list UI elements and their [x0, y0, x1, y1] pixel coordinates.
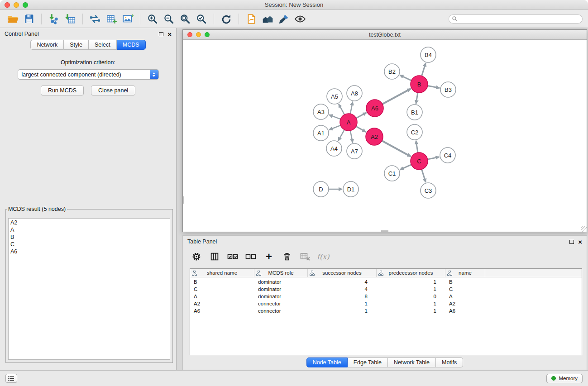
graph-node-C[interactable]: C	[411, 152, 428, 170]
table-row[interactable]: A6connector11A6	[190, 307, 582, 315]
tab-mcds[interactable]: MCDS	[117, 40, 146, 50]
graph-edge-C-C3[interactable]	[421, 169, 425, 182]
tab-select[interactable]: Select	[89, 40, 117, 50]
graph-node-A3[interactable]: A3	[313, 104, 329, 119]
network-overview-icon[interactable]	[261, 12, 274, 26]
search-box[interactable]	[449, 14, 583, 24]
import-network-icon[interactable]	[47, 12, 61, 26]
graphics-details-icon[interactable]	[244, 12, 258, 26]
close-panel-icon[interactable]: ×	[167, 31, 172, 38]
graph-edge-A-A5[interactable]	[339, 104, 344, 115]
graph-node-A5[interactable]: A5	[327, 89, 342, 104]
graph-edge-C-C2[interactable]	[416, 141, 418, 153]
style-brush-icon[interactable]	[277, 12, 291, 26]
graph-node-B2[interactable]: B2	[384, 64, 400, 79]
graph-node-A2[interactable]: A2	[366, 128, 383, 145]
network-close-button[interactable]	[187, 32, 192, 37]
graph-edge-A-A7[interactable]	[350, 130, 353, 143]
apply-layout-icon[interactable]	[220, 12, 233, 26]
horizontal-scroll-indicator[interactable]	[381, 230, 388, 232]
zoom-fit-icon[interactable]	[178, 12, 192, 26]
task-monitor-button[interactable]	[5, 374, 17, 383]
graph-edge-A-A3[interactable]	[329, 115, 341, 119]
select-all-icon[interactable]	[226, 250, 239, 263]
save-session-icon[interactable]	[22, 12, 36, 26]
graph-node-C4[interactable]: C4	[440, 148, 455, 163]
graph-edge-A-A8[interactable]	[350, 102, 353, 114]
eye-icon[interactable]	[293, 12, 307, 26]
graph-node-A4[interactable]: A4	[326, 141, 342, 156]
tab-motifs[interactable]: Motifs	[436, 357, 463, 367]
zoom-out-icon[interactable]	[162, 12, 176, 26]
graph-edge-A6-B[interactable]	[382, 89, 411, 104]
export-image-icon[interactable]	[121, 12, 134, 26]
zoom-in-icon[interactable]	[146, 12, 159, 26]
run-mcds-button[interactable]: Run MCDS	[41, 86, 84, 95]
graph-node-A6[interactable]: A6	[366, 100, 383, 117]
tab-network-table[interactable]: Network Table	[388, 357, 436, 367]
column-header-shared-name[interactable]: shared name	[190, 269, 254, 277]
graph-node-B1[interactable]: B1	[407, 105, 422, 120]
graph-edge-A-A2[interactable]	[356, 126, 366, 132]
float-table-panel-icon[interactable]	[569, 240, 574, 244]
deselect-all-icon[interactable]	[244, 250, 257, 263]
table-panel-header[interactable]: Table Panel ×	[183, 236, 587, 248]
close-panel-button[interactable]: Close panel	[91, 86, 135, 95]
graph-node-C1[interactable]: C1	[384, 166, 400, 181]
graph-edge-A-A6[interactable]	[356, 113, 367, 119]
graph-edge-C-C4[interactable]	[427, 157, 440, 160]
gear-icon[interactable]	[190, 250, 203, 263]
graph-node-A7[interactable]: A7	[347, 143, 362, 159]
float-panel-icon[interactable]	[159, 32, 163, 36]
graph-node-C3[interactable]: C3	[421, 183, 436, 198]
minimize-window-button[interactable]	[14, 2, 19, 8]
network-zoom-button[interactable]	[205, 32, 210, 37]
tab-edge-table[interactable]: Edge Table	[348, 357, 388, 367]
result-item[interactable]: A2	[10, 219, 168, 226]
table-row[interactable]: Adominator80A	[190, 293, 582, 300]
open-session-icon[interactable]	[6, 12, 19, 26]
graph-node-A8[interactable]: A8	[347, 86, 362, 101]
graph-node-B3[interactable]: B3	[440, 82, 456, 97]
graph-node-A[interactable]: A	[340, 114, 357, 131]
graph-node-B[interactable]: B	[411, 76, 428, 93]
function-builder-button[interactable]: f(x)	[317, 253, 329, 261]
column-header-name[interactable]: name	[445, 269, 485, 277]
zoom-selected-icon[interactable]	[195, 12, 208, 26]
graph-node-D[interactable]: D	[313, 181, 329, 197]
resize-grip[interactable]	[581, 226, 587, 232]
import-table-icon[interactable]	[63, 12, 77, 26]
tab-node-table[interactable]: Node Table	[306, 357, 348, 367]
mcds-result-list[interactable]: A2ABCA6	[8, 218, 170, 360]
graph-node-C2[interactable]: C2	[407, 124, 422, 140]
fullscreen-window-button[interactable]	[23, 2, 28, 8]
new-table-icon[interactable]	[105, 12, 118, 26]
table-row[interactable]: Bdominator41B	[190, 278, 582, 286]
table-row[interactable]: Cdominator41C	[190, 286, 582, 293]
graph-edge-A-A4[interactable]	[338, 129, 344, 141]
columns-icon[interactable]	[208, 250, 221, 263]
graph-edge-B-B2[interactable]	[400, 75, 412, 81]
graph-node-B4[interactable]: B4	[421, 47, 436, 62]
tab-network[interactable]: Network	[30, 40, 64, 50]
app-titlebar[interactable]: Session: New Session	[0, 0, 588, 10]
tab-style[interactable]: Style	[64, 40, 89, 50]
result-item[interactable]: A6	[10, 248, 168, 255]
network-graph-svg[interactable]: B4B2BB3A8A5A6A3B1AC2A1A2A4A7C4CC1DD1C3	[183, 40, 587, 232]
close-table-panel-icon[interactable]: ×	[578, 238, 582, 245]
network-minimize-button[interactable]	[196, 32, 201, 37]
result-item[interactable]: C	[10, 241, 168, 248]
graph-node-A1[interactable]: A1	[313, 125, 329, 141]
column-header-MCDS-role[interactable]: MCDS role	[254, 269, 308, 277]
search-input[interactable]	[459, 16, 579, 22]
result-item[interactable]: B	[10, 234, 168, 241]
graph-edge-C-C1[interactable]	[400, 164, 411, 170]
optimization-criterion-select[interactable]: largest connected component (directed)	[18, 69, 159, 80]
trash-icon[interactable]	[281, 250, 293, 263]
result-item[interactable]: A	[10, 226, 168, 234]
graph-edge-B-B1[interactable]	[416, 92, 418, 104]
network-canvas[interactable]: B4B2BB3A8A5A6A3B1AC2A1A2A4A7C4CC1DD1C3	[183, 40, 587, 232]
close-window-button[interactable]	[5, 2, 10, 8]
vertical-scroll-indicator[interactable]	[183, 196, 184, 204]
graph-edge-B-B3[interactable]	[427, 86, 440, 88]
